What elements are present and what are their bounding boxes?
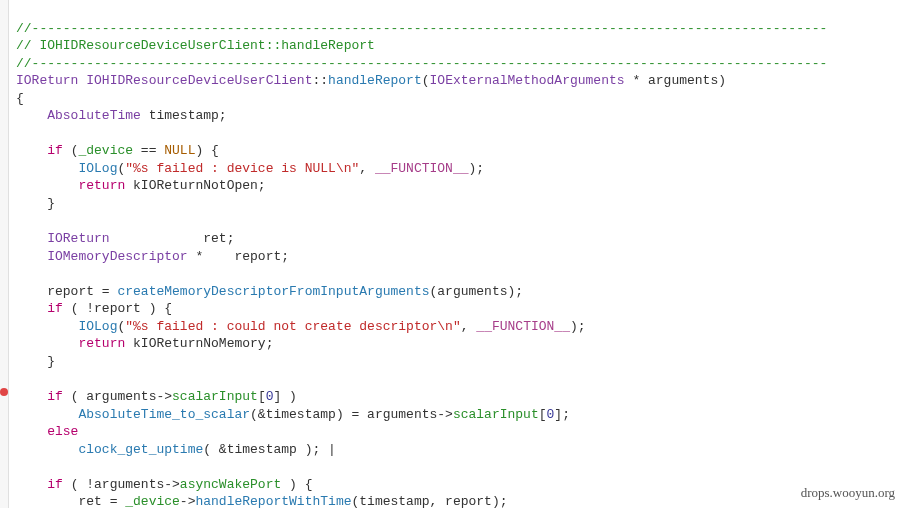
brace-open: {	[16, 91, 24, 106]
brace-close: }	[47, 196, 55, 211]
var-name: timestamp;	[141, 108, 227, 123]
gutter	[0, 0, 9, 508]
keyword-if: if	[47, 477, 63, 492]
comma: ,	[461, 319, 477, 334]
return-value: kIOReturnNotOpen;	[125, 178, 265, 193]
brace-close: }	[47, 354, 55, 369]
paren-brace: ) {	[195, 143, 218, 158]
var-type: AbsoluteTime	[47, 108, 141, 123]
args: (timestamp, report);	[351, 494, 507, 508]
function-macro: __FUNCTION__	[375, 161, 469, 176]
keyword-return: return	[78, 336, 125, 351]
keyword-if: if	[47, 301, 63, 316]
paren-open: (	[422, 73, 430, 88]
var-name: report;	[234, 249, 289, 264]
member-device: _device	[78, 143, 133, 158]
assign: report =	[47, 284, 117, 299]
expr: ( !arguments->	[63, 477, 180, 492]
return-value: kIOReturnNoMemory;	[125, 336, 273, 351]
keyword-if: if	[47, 389, 63, 404]
arg-name: arguments	[648, 73, 718, 88]
args: (arguments);	[430, 284, 524, 299]
return-type: IOReturn	[16, 73, 78, 88]
args: ( &timestamp ); |	[203, 442, 336, 457]
member-scalarinput: scalarInput	[453, 407, 539, 422]
scope-op: ::	[312, 73, 328, 88]
handle-report-with-time-call: handleReportWithTime	[195, 494, 351, 508]
comma: ,	[359, 161, 375, 176]
comment-title: IOHIDResourceDeviceUserClient::handleRep…	[39, 38, 374, 53]
function-macro: __FUNCTION__	[476, 319, 570, 334]
var-type: IOMemoryDescriptor	[47, 249, 187, 264]
eq-op: ==	[133, 143, 164, 158]
keyword-else: else	[47, 424, 78, 439]
watermark: drops.wooyun.org	[801, 484, 895, 502]
method-name: handleReport	[328, 73, 422, 88]
iolog-call: IOLog	[78, 161, 117, 176]
var-name: ret;	[203, 231, 234, 246]
expr: ( arguments->	[63, 389, 172, 404]
create-descriptor-call: createMemoryDescriptorFromInputArguments	[117, 284, 429, 299]
string-literal: "%s failed : device is NULL\n"	[125, 161, 359, 176]
br: ] )	[274, 389, 297, 404]
comment-divider-top: //--------------------------------------…	[16, 21, 827, 36]
string-literal: "%s failed : could not create descriptor…	[125, 319, 460, 334]
class-name: IOHIDResourceDeviceUserClient	[86, 73, 312, 88]
sp	[110, 231, 204, 246]
var-type: IOReturn	[47, 231, 109, 246]
br: [	[539, 407, 547, 422]
cond: ( !report ) {	[63, 301, 172, 316]
close: );	[570, 319, 586, 334]
breakpoint-marker	[0, 388, 8, 396]
arg-type: IOExternalMethodArguments	[430, 73, 625, 88]
close: );	[469, 161, 485, 176]
paren: (	[63, 143, 79, 158]
brace: ) {	[281, 477, 312, 492]
abstime-to-scalar-call: AbsoluteTime_to_scalar	[78, 407, 250, 422]
null-const: NULL	[164, 143, 195, 158]
index-zero: 0	[266, 389, 274, 404]
comment-divider-bottom: //--------------------------------------…	[16, 56, 827, 71]
iolog-call: IOLog	[78, 319, 117, 334]
member-scalarinput: scalarInput	[172, 389, 258, 404]
arrow: ->	[180, 494, 196, 508]
keyword-return: return	[78, 178, 125, 193]
comment-prefix: //	[16, 38, 39, 53]
code-block: //--------------------------------------…	[16, 2, 827, 508]
member-asyncwakeport: asyncWakePort	[180, 477, 281, 492]
assign: ret =	[78, 494, 125, 508]
clock-get-uptime-call: clock_get_uptime	[78, 442, 203, 457]
sp: *	[188, 249, 235, 264]
keyword-if: if	[47, 143, 63, 158]
br: ];	[554, 407, 570, 422]
expr: (&timestamp) = arguments->	[250, 407, 453, 422]
br: [	[258, 389, 266, 404]
paren-close: )	[718, 73, 726, 88]
star: *	[625, 73, 648, 88]
member-device: _device	[125, 494, 180, 508]
